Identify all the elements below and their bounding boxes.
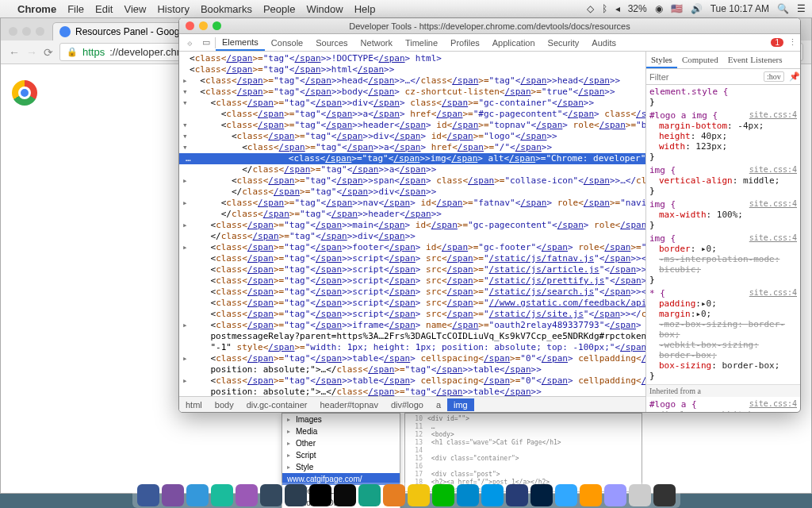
dock-app-icon[interactable] [555, 484, 577, 506]
source-line[interactable]: <class</span>="tag"</span>>script</span>… [179, 275, 645, 287]
tree-media[interactable]: Media [282, 425, 400, 437]
volume-icon[interactable]: 🔊 [691, 3, 703, 14]
tab-computed[interactable]: Computed [677, 52, 723, 68]
source-line[interactable]: ▾ <class</span>="tag"</span>>body</span>… [179, 87, 645, 98]
battery-icon[interactable]: ◂ [615, 3, 620, 14]
source-line[interactable]: <class</span>="tag"</span>>script</span>… [179, 298, 645, 309]
devtools-traffic-lights[interactable] [179, 21, 228, 30]
source-line[interactable]: position: absolute;">…</class</span>="ta… [179, 387, 645, 396]
tab-event-listeners[interactable]: Event Listeners [723, 52, 787, 68]
elements-breadcrumb[interactable]: html body div.gc-container header#topnav… [179, 396, 645, 412]
source-line[interactable]: </class</span>="tag"</span>>div</span>> [179, 231, 645, 242]
source-line[interactable]: ▸ <class</span>="tag"</span>>iframe</spa… [179, 320, 645, 331]
dock-app-icon[interactable] [358, 484, 381, 506]
crumb-body[interactable]: body [209, 398, 240, 411]
crumb-logo[interactable]: div#logo [385, 398, 430, 411]
dock-app-icon[interactable] [481, 484, 504, 506]
filter-input[interactable] [649, 72, 759, 82]
reload-icon[interactable]: ⟳ [44, 46, 53, 59]
tab-security[interactable]: Security [542, 36, 586, 50]
maximize-icon[interactable] [213, 21, 221, 30]
maximize-icon[interactable] [36, 27, 44, 36]
menu-edit[interactable]: Edit [95, 3, 113, 15]
dock-app-icon[interactable] [629, 484, 651, 506]
source-line[interactable]: </class</span>="tag"</span>>a</span>> [179, 164, 645, 175]
tab-sources[interactable]: Sources [309, 36, 354, 50]
crumb-div[interactable]: div.gc-container [240, 398, 314, 411]
source-line[interactable]: </class</span>="tag"</span>>header</span… [179, 209, 645, 220]
tab-application[interactable]: Application [486, 36, 542, 50]
source-line[interactable]: ▾ <class</span>="tag"</span>>div</span> … [179, 98, 645, 109]
window-traffic-lights[interactable] [1, 27, 52, 40]
tree-script[interactable]: Script [282, 449, 400, 461]
tab-console[interactable]: Console [265, 36, 309, 50]
devtools-titlebar[interactable]: Developer Tools - https://developer.chro… [179, 18, 800, 34]
tab-profiles[interactable]: Profiles [444, 36, 486, 50]
menu-file[interactable]: File [67, 3, 84, 15]
dock-app-icon[interactable] [137, 484, 159, 506]
tab-styles[interactable]: Styles [646, 52, 677, 68]
tab-timeline[interactable]: Timeline [399, 36, 444, 50]
dock-app-icon[interactable] [506, 484, 528, 506]
dock-app-icon[interactable] [334, 484, 356, 506]
dock-app-icon[interactable] [408, 484, 430, 506]
source-line[interactable]: position: absolute;">…</class</span>="ta… [179, 364, 645, 375]
dock-app-icon[interactable] [260, 484, 282, 506]
input-flag[interactable]: 🇺🇸 [671, 3, 683, 14]
elements-panel[interactable]: <class</span>="tag"</span>>!DOCTYPE</spa… [179, 52, 645, 396]
source-line[interactable]: <class</span>="tag"</span>>script</span>… [179, 309, 645, 320]
tree-images[interactable]: Images [282, 414, 400, 425]
tab-audits[interactable]: Audits [585, 36, 622, 50]
source-line[interactable]: <class</span>="tag"</span>>html</span>> [179, 64, 645, 75]
tab-network[interactable]: Network [354, 36, 399, 50]
dock-app-icon[interactable] [309, 484, 331, 506]
menu-bookmarks[interactable]: Bookmarks [201, 3, 252, 15]
menu-people[interactable]: People [263, 3, 295, 15]
source-line[interactable]: ▸ <class</span>="tag"</span>>head</span>… [179, 75, 645, 87]
more-icon[interactable]: ⋮ [788, 37, 797, 48]
source-line[interactable]: ▸ <class</span>="tag"</span>>table</span… [179, 375, 645, 387]
source-line[interactable]: postmessageRelay?parent=https%3A…2Frs%3D… [179, 331, 645, 342]
source-line[interactable]: … <class</span>="tag"</span>>img</span> … [179, 153, 645, 164]
dock-app-icon[interactable] [604, 484, 626, 506]
styles-rules[interactable]: element.style {}site.css:4#logo a img {m… [646, 85, 800, 412]
crumb-img[interactable]: img [447, 398, 474, 411]
source-line[interactable]: ▾ <class</span>="tag"</span>>div</span> … [179, 131, 645, 142]
dock-app-icon[interactable] [211, 484, 233, 506]
source-line[interactable]: <class</span>="tag"</span>>script</span>… [179, 253, 645, 264]
source-line[interactable]: ▸ <class</span>="tag"</span>>span</span>… [179, 175, 645, 187]
dock-app-icon[interactable] [383, 484, 405, 506]
source-line[interactable]: ▸ <class</span>="tag"</span>>main</span>… [179, 220, 645, 231]
menu-view[interactable]: View [124, 3, 146, 15]
minimize-icon[interactable] [199, 21, 208, 30]
hov-toggle[interactable]: :hov [764, 71, 784, 82]
dock-app-icon[interactable] [186, 484, 209, 506]
wifi-icon[interactable]: ◉ [655, 3, 663, 14]
source-line[interactable]: ▸ <class</span>="tag"</span>>nav</span> … [179, 198, 645, 209]
menu-help[interactable]: Help [354, 3, 376, 15]
source-line[interactable]: <class</span>="tag"</span>>script</span>… [179, 264, 645, 275]
minimize-icon[interactable] [22, 27, 31, 36]
spotlight-icon[interactable]: 🔍 [777, 3, 789, 14]
crumb-a[interactable]: a [430, 398, 447, 411]
dock-app-icon[interactable] [162, 484, 184, 506]
source-line[interactable]: ▾ <class</span>="tag"</span>>a</span> hr… [179, 142, 645, 153]
dock-app-icon[interactable] [432, 484, 454, 506]
source-line[interactable]: <class</span>="tag"</span>>script</span>… [179, 287, 645, 298]
dock-app-icon[interactable] [457, 484, 479, 506]
source-line[interactable]: <class</span>="tag"</span>>!DOCTYPE</spa… [179, 53, 645, 64]
tab-elements[interactable]: Elements [216, 35, 265, 51]
source-line[interactable]: </class</span>="tag"</span>>div</span>> [179, 187, 645, 198]
notifications-icon[interactable]: ☰ [797, 3, 806, 14]
dock-app-icon[interactable] [236, 484, 258, 506]
pin-icon[interactable]: 📌 [789, 71, 800, 82]
crumb-html[interactable]: html [179, 398, 209, 411]
tree-other[interactable]: Other [282, 437, 400, 449]
dock-app-icon[interactable] [580, 484, 602, 506]
crumb-header[interactable]: header#topnav [313, 398, 384, 411]
close-icon[interactable] [186, 21, 194, 30]
error-badge[interactable]: 1 [771, 38, 783, 47]
close-icon[interactable] [9, 27, 17, 36]
source-line[interactable]: ▾ <class</span>="tag"</span>>header</spa… [179, 120, 645, 131]
dock-app-icon[interactable] [653, 484, 676, 506]
